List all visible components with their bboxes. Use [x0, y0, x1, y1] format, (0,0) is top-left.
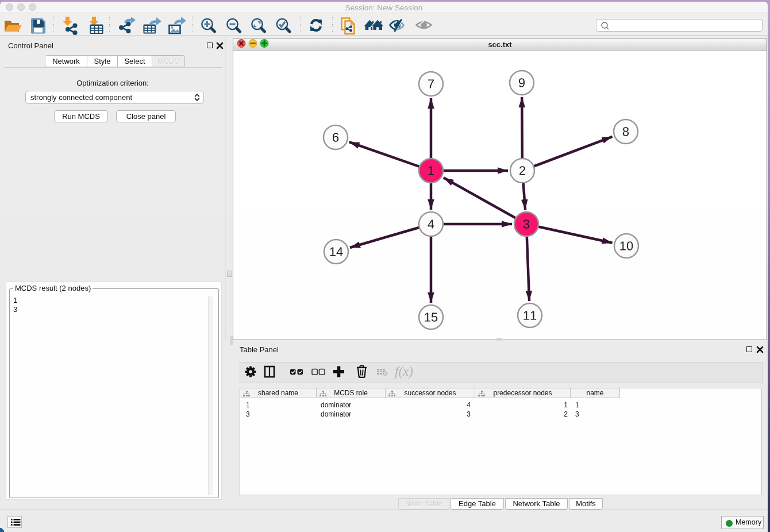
svg-text:f(x): f(x)	[395, 364, 413, 379]
